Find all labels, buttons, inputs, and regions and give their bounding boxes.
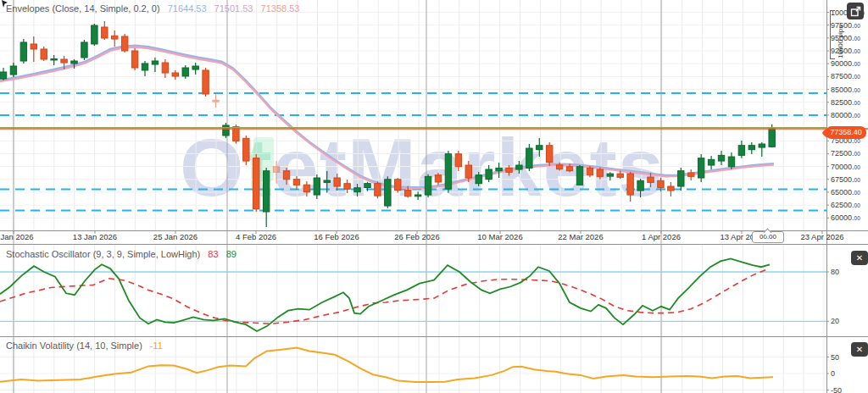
open-in-new-icon xyxy=(850,6,861,17)
chart-canvas[interactable]: 100000.0097500.0095000.0092500.0090000.0… xyxy=(0,0,868,393)
chaikin-legend: Chaikin Volatility (14, 10, Simple) -11 xyxy=(6,340,163,351)
main-chart-plot[interactable] xyxy=(0,0,826,230)
pips-scale-label: 10000 pips xyxy=(837,25,844,58)
stochastic-legend-label: Stochastic Oscillator (9, 3, 9, Simple, … xyxy=(6,249,200,259)
expand-chart-button[interactable] xyxy=(847,3,864,19)
time-axis-marker[interactable]: 00:00 xyxy=(752,231,784,243)
chaikin-legend-label: Chaikin Volatility (14, 10, Simple) xyxy=(6,340,142,351)
envelopes-legend: Envelopes (Close, 14, Simple, 0.2, 0) 71… xyxy=(6,3,299,14)
trading-chart-window: OtetMarkets 100000.0097500.0095000.00925… xyxy=(0,0,868,393)
stochastic-k-value: 89 xyxy=(226,249,236,259)
chaikin-value: -11 xyxy=(150,340,163,351)
stochastic-legend: Stochastic Oscillator (9, 3, 9, Simple, … xyxy=(6,249,236,259)
envelopes-legend-label: Envelopes (Close, 14, Simple, 0.2, 0) xyxy=(6,3,160,14)
envelope-lower-value: 71358.53 xyxy=(261,3,300,14)
stochastic-d-value: 83 xyxy=(208,249,218,259)
pips-scale-bracket xyxy=(830,10,835,59)
envelope-middle-value: 71501.53 xyxy=(214,3,253,14)
time-axis[interactable] xyxy=(0,230,826,244)
pips-scale-ruler: 10000 pips xyxy=(827,10,844,59)
envelope-upper-value: 71644.53 xyxy=(168,3,207,14)
close-stochastic-button[interactable]: ✕ xyxy=(851,251,868,265)
close-chaikin-button[interactable]: ✕ xyxy=(851,342,868,357)
current-price-value: 77358.40 xyxy=(830,128,862,136)
current-price-badge: 77358.40 xyxy=(826,126,866,139)
